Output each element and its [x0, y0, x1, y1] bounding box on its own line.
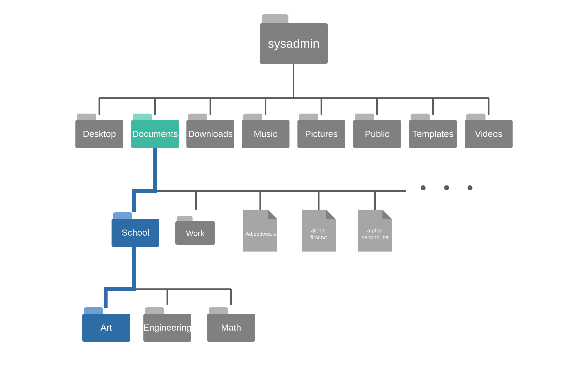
filesystem-tree-diagram: sysadmin Desktop Documents Downloads Mus… — [0, 0, 588, 372]
file-label: alpha-second .txt — [358, 227, 392, 241]
node-videos: Videos — [465, 114, 513, 148]
folder-icon: Art — [82, 307, 130, 342]
node-school: School — [112, 212, 159, 247]
folder-label: School — [122, 228, 149, 237]
node-music: Music — [242, 114, 289, 148]
folder-label: Downloads — [188, 129, 233, 139]
folder-label: Math — [221, 323, 241, 332]
folder-label: Public — [365, 129, 390, 139]
folder-icon: Work — [175, 216, 215, 245]
file-icon: Adjectives.txt — [243, 210, 277, 252]
folder-label: Pictures — [305, 129, 338, 139]
node-adjectives-txt: Adjectives.txt — [243, 210, 277, 252]
node-documents: Documents — [131, 114, 179, 148]
folder-icon: Templates — [409, 114, 457, 148]
node-alpha-second-txt: alpha-second .txt — [358, 210, 392, 252]
folder-icon: Engineering — [143, 307, 191, 342]
folder-label: Videos — [475, 129, 502, 139]
node-math: Math — [207, 307, 255, 342]
folder-label: Art — [100, 323, 112, 332]
folder-icon: Math — [207, 307, 255, 342]
file-icon: alpha-first.txt — [302, 210, 336, 252]
ellipsis-icon: • • • — [420, 178, 479, 197]
folder-icon: sysadmin — [260, 14, 328, 64]
node-public: Public — [353, 114, 401, 148]
folder-label: Templates — [412, 129, 454, 139]
file-label: Adjectives.txt — [243, 231, 277, 237]
folder-icon: Documents — [131, 114, 179, 148]
folder-label: Desktop — [83, 129, 116, 139]
folder-icon: Downloads — [186, 114, 234, 148]
folder-icon: Videos — [465, 114, 513, 148]
folder-label: Documents — [132, 129, 178, 139]
folder-label: Music — [254, 129, 278, 139]
folder-icon: School — [112, 212, 159, 247]
folder-icon: Pictures — [297, 114, 345, 148]
folder-icon: Music — [242, 114, 289, 148]
node-engineering: Engineering — [143, 307, 191, 342]
folder-label: Work — [186, 229, 204, 237]
node-sysadmin: sysadmin — [260, 14, 328, 64]
folder-icon: Desktop — [75, 114, 123, 148]
node-alpha-first-txt: alpha-first.txt — [302, 210, 336, 252]
node-pictures: Pictures — [297, 114, 345, 148]
folder-label: sysadmin — [268, 37, 319, 50]
file-label: alpha-first.txt — [302, 227, 336, 241]
node-work: Work — [175, 216, 215, 245]
node-templates: Templates — [409, 114, 457, 148]
file-icon: alpha-second .txt — [358, 210, 392, 252]
node-art: Art — [82, 307, 130, 342]
node-desktop: Desktop — [75, 114, 123, 148]
node-downloads: Downloads — [186, 114, 234, 148]
folder-label: Engineering — [143, 323, 191, 332]
folder-icon: Public — [353, 114, 401, 148]
